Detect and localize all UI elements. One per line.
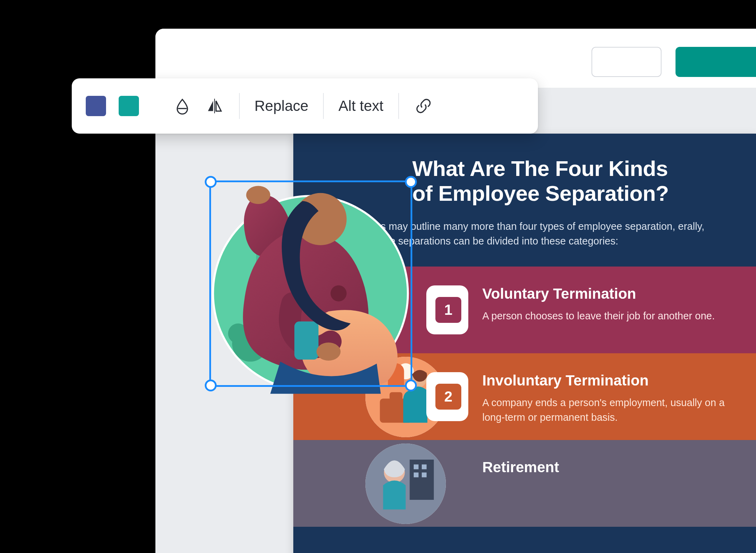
color-swatch-2[interactable] [119, 96, 139, 116]
opacity-icon[interactable] [173, 96, 192, 116]
color-swatch-1[interactable] [86, 96, 106, 116]
title-line-1: What Are The Four Kinds [412, 156, 668, 180]
svg-point-22 [246, 186, 270, 204]
svg-rect-3 [390, 392, 402, 400]
flip-horizontal-icon[interactable] [205, 96, 224, 116]
selected-illustration[interactable] [210, 182, 411, 385]
topbar-outline-button[interactable] [592, 47, 662, 77]
svg-rect-10 [422, 473, 427, 477]
svg-rect-7 [414, 465, 419, 469]
alt-text-button[interactable]: Alt text [338, 98, 383, 114]
context-toolbar: Replace Alt text [72, 78, 538, 134]
row-number: 2 [435, 384, 461, 410]
svg-rect-29 [214, 99, 215, 113]
link-icon[interactable] [414, 96, 433, 116]
replace-button[interactable]: Replace [254, 98, 308, 114]
svg-rect-8 [422, 465, 427, 469]
separator [398, 93, 399, 119]
separator [323, 93, 324, 119]
row-retirement[interactable]: Retirement [293, 440, 756, 527]
document-title: What Are The Four Kinds of Employee Sepa… [412, 156, 669, 206]
row-illustration[interactable] [365, 444, 446, 524]
row-title: Voluntary Termination [482, 285, 636, 302]
title-line-2: of Employee Separation? [412, 181, 669, 205]
topbar-primary-button[interactable] [676, 47, 756, 77]
row-number: 1 [435, 297, 461, 323]
number-badge: 1 [426, 285, 468, 334]
separator [239, 93, 240, 119]
number-badge: 2 [426, 372, 468, 421]
svg-point-25 [316, 342, 341, 361]
svg-point-23 [330, 285, 346, 302]
row-desc: A company ends a person's employment, us… [482, 395, 735, 425]
row-title: Retirement [482, 459, 559, 476]
row-title: Involuntary Termination [482, 372, 649, 389]
svg-rect-9 [414, 473, 419, 477]
svg-rect-24 [294, 321, 318, 360]
row-desc: A person chooses to leave their job for … [482, 309, 735, 323]
